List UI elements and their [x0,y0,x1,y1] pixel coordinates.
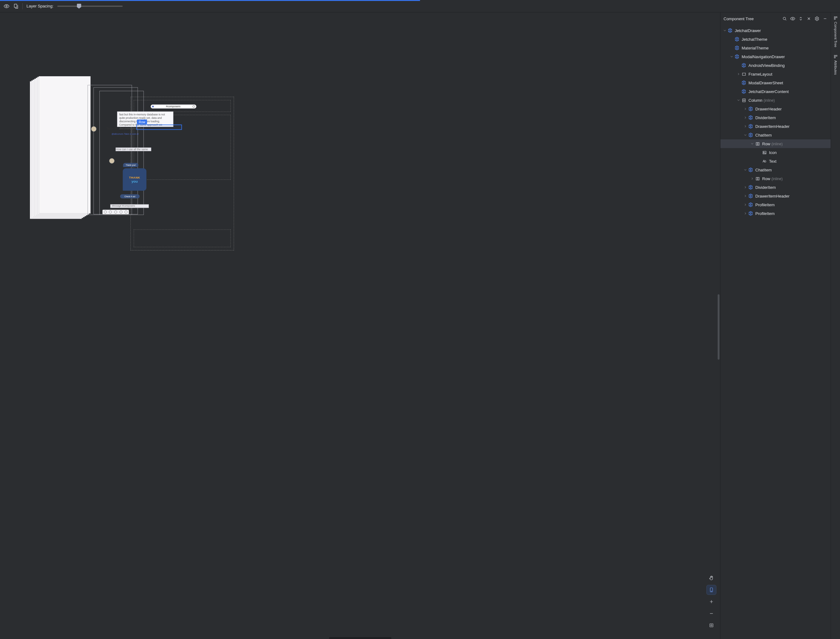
slider-thumb[interactable] [77,4,81,9]
layout-3d-canvas[interactable]: #composers fast but this in-memory datab… [0,13,720,639]
component-tree[interactable]: JetchatDrawerJetchatThemeMaterialThemeMo… [720,25,830,639]
chevron-right-icon[interactable] [743,124,748,129]
tree-node-label: JetchatDrawerContent [749,89,789,94]
layer-spacing-slider[interactable] [57,6,123,7]
sticker-thankyou: THANK you [123,168,146,191]
device-frame-button[interactable] [706,585,716,595]
chevron-down-icon[interactable] [743,167,748,172]
tree-node[interactable]: MaterialTheme [720,44,830,52]
tree-node[interactable]: DrawerItemHeader [720,122,830,131]
tree-node-label: MaterialTheme [742,46,769,51]
visibility-icon[interactable] [4,3,10,9]
input-icon [124,211,128,214]
gear-icon[interactable] [814,16,819,21]
tree-node-label: AndroidViewBinding [749,63,784,68]
chevron-right-icon[interactable] [743,185,748,190]
svg-rect-1 [14,4,17,8]
tree-node[interactable]: DividerItem [720,183,830,192]
tree-node[interactable]: Column (inline) [720,96,830,105]
tree-node[interactable]: JetchatDrawer [720,26,830,35]
ab-icon: Ab [762,160,767,163]
layout-3d-viz[interactable]: #composers fast but this in-memory datab… [30,76,219,248]
input-icon [109,211,112,214]
close-icon[interactable] [807,16,811,21]
tree-node[interactable]: ProfileItem [720,200,830,209]
svg-rect-11 [756,143,759,145]
cube-icon [741,63,747,68]
row-icon [755,176,760,181]
tree-node-label: ModalNavigationDrawer [742,54,785,59]
rect-icon [741,72,747,76]
tree-node-label: Row (inline) [762,176,783,181]
toolbar: Layer Spacing: [0,0,840,13]
search-icon [193,105,195,108]
author-row: Taylor Br [91,126,145,132]
canvas-scrollbar[interactable] [718,294,719,360]
tree-node[interactable]: Icon [720,148,830,157]
component-tree-panel: Component Tree JetchatDrawerJetchatTheme… [720,13,830,639]
divider [22,3,23,10]
tree-node[interactable]: AndroidViewBinding [720,61,830,70]
zoom-in-button[interactable] [706,597,716,607]
tree-node[interactable]: DrawerItemHeader [720,192,830,200]
chevron-right-icon[interactable] [743,194,748,199]
tree-node-label: ChatItem [756,133,772,138]
svg-rect-10 [743,99,745,102]
chevron-down-icon[interactable] [729,54,734,59]
expand-collapse-icon[interactable] [798,16,803,21]
tree-node[interactable]: ChatItem [720,131,830,139]
tree-node[interactable]: FrameLayout [720,70,830,78]
chevron-right-icon[interactable] [743,106,748,111]
tree-node[interactable]: ModalDrawerSheet [720,78,830,87]
selection-label: Row [137,119,147,124]
tree-node[interactable]: ModalNavigationDrawer [720,52,830,61]
chevron-none-icon [736,63,741,68]
progress-indicator [0,0,420,1]
tree-node[interactable]: DrawerHeader [720,105,830,113]
rail-tab-attributes[interactable]: Attributes [833,53,838,76]
overlay-icon[interactable] [13,3,19,9]
tree-node-label: Text [769,159,776,164]
cube-icon [748,194,754,199]
filter-visibility-icon[interactable] [790,16,795,21]
pan-tool-button[interactable] [706,573,716,583]
rail-tab-component-tree[interactable]: Component Tree [833,14,838,49]
chevron-none-icon [757,159,762,164]
chevron-right-icon[interactable] [750,176,755,181]
chevron-down-icon[interactable] [722,28,727,33]
mention-text: @aliconors Take a look at [110,132,149,136]
minimize-icon[interactable] [822,16,827,21]
cube-icon [748,115,754,120]
chevron-right-icon[interactable] [743,202,748,207]
tree-node[interactable]: Row (inline) [720,139,830,148]
bottom-handle[interactable] [329,637,391,639]
tree-node[interactable]: ChatItem [720,165,830,174]
chevron-right-icon[interactable] [736,72,741,76]
chevron-down-icon[interactable] [750,141,755,146]
input-icon [104,211,107,214]
layer-spacing-label: Layer Spacing: [27,4,54,8]
zoom-fit-button[interactable] [706,620,716,630]
chevron-down-icon[interactable] [743,132,748,138]
search-icon[interactable] [782,16,787,21]
tree-node-label: ModalDrawerSheet [749,81,783,85]
message-hint: Message #composers [110,204,149,208]
layer-stack-back [30,81,83,220]
tree-node-label: DrawerItemHeader [756,124,789,129]
tree-node[interactable]: ProfileItem [720,209,830,218]
chevron-right-icon[interactable] [743,115,748,120]
cube-icon [748,167,754,172]
chevron-down-icon[interactable] [736,98,741,103]
col-icon [741,98,747,103]
tree-node[interactable]: JetchatTheme [720,35,830,44]
zoom-out-button[interactable] [706,609,716,618]
tree-node-label: DividerItem [756,185,776,190]
tree-node[interactable]: DividerItem [720,113,830,122]
tree-node[interactable]: Row (inline) [720,174,830,183]
chevron-right-icon[interactable] [743,211,748,216]
cube-icon [748,132,754,138]
input-icon [114,211,117,214]
tree-node[interactable]: JetchatDrawerContent [720,87,830,96]
tree-node[interactable]: AbText [720,157,830,165]
right-rail: Component Tree Attributes [830,13,840,639]
